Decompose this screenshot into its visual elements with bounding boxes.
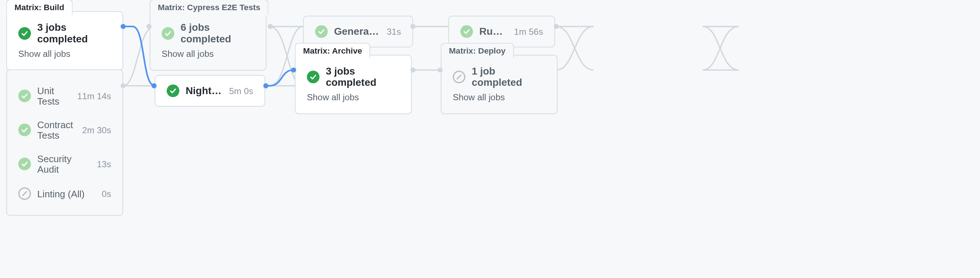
connector-port	[410, 24, 415, 29]
skip-icon	[453, 71, 465, 83]
matrix-build-tab: Matrix: Build	[6, 0, 72, 14]
job-duration: 31s	[387, 27, 401, 36]
job-duration: 5m 0s	[229, 86, 253, 96]
connector-port	[410, 67, 415, 73]
deploy-summary: 1 job completed	[471, 66, 546, 88]
connector-port	[291, 67, 296, 73]
connector-port	[264, 83, 269, 88]
matrix-cypress-tab: Matrix: Cypress E2E Tests	[150, 0, 269, 14]
show-all-jobs-link[interactable]: Show all jobs	[162, 49, 214, 58]
job-name: Contract Tests	[37, 119, 76, 141]
check-icon	[19, 27, 31, 40]
check-icon	[19, 123, 31, 136]
matrix-archive-card[interactable]: Matrix: Archive 3 jobs completed Show al…	[295, 55, 412, 114]
matrix-deploy-card[interactable]: Matrix: Deploy 1 job completed Show all …	[441, 55, 557, 114]
check-icon	[307, 71, 320, 83]
skip-icon	[19, 187, 31, 200]
connector-port	[151, 83, 157, 88]
job-name: Security Audit	[37, 153, 91, 174]
matrix-deploy-tab: Matrix: Deploy	[441, 43, 514, 58]
list-item[interactable]: Linting (All) 0s	[19, 181, 111, 206]
connector-port	[121, 83, 126, 88]
list-item[interactable]: Security Audit 13s	[19, 147, 111, 181]
check-icon	[460, 25, 473, 38]
job-duration: 13s	[97, 159, 111, 169]
nightwatch-job-card[interactable]: Nightwatch E2E Tests 5m 0s	[155, 75, 265, 106]
archive-summary: 3 jobs completed	[326, 66, 400, 88]
check-icon	[162, 27, 174, 40]
matrix-build-card[interactable]: Matrix: Build 3 jobs completed Show all …	[6, 11, 123, 71]
job-list-card: Unit Tests 11m 14s Contract Tests 2m 30s…	[6, 70, 123, 216]
connector-port	[268, 24, 273, 29]
check-icon	[19, 158, 31, 171]
connector-port	[121, 24, 126, 29]
job-name: Linting (All)	[37, 188, 96, 199]
check-icon	[19, 89, 31, 102]
cypress-summary: 6 jobs completed	[180, 22, 255, 45]
list-item[interactable]: Contract Tests 2m 30s	[19, 113, 111, 147]
list-item[interactable]: Unit Tests 11m 14s	[19, 79, 111, 113]
job-duration: 11m 14s	[77, 91, 111, 101]
check-icon	[167, 84, 180, 97]
show-all-jobs-link[interactable]: Show all jobs	[453, 92, 505, 102]
matrix-archive-tab: Matrix: Archive	[295, 43, 371, 58]
connector-port	[438, 67, 442, 73]
job-duration: 0s	[102, 189, 111, 199]
job-name: Run Jenkins CI	[479, 26, 508, 37]
build-summary: 3 jobs completed	[37, 22, 111, 45]
connector-port	[554, 24, 559, 29]
show-all-jobs-link[interactable]: Show all jobs	[19, 49, 71, 58]
job-name: Generate Mochawesome ...	[334, 26, 380, 37]
connector-port	[146, 24, 151, 29]
check-icon	[315, 25, 328, 38]
show-all-jobs-link[interactable]: Show all jobs	[307, 92, 359, 102]
job-name: Unit Tests	[37, 85, 71, 106]
job-name: Nightwatch E2E Tests	[186, 85, 223, 96]
job-duration: 1m 56s	[514, 27, 543, 36]
job-duration: 2m 30s	[82, 125, 111, 135]
matrix-cypress-card[interactable]: Matrix: Cypress E2E Tests 6 jobs complet…	[150, 11, 266, 71]
